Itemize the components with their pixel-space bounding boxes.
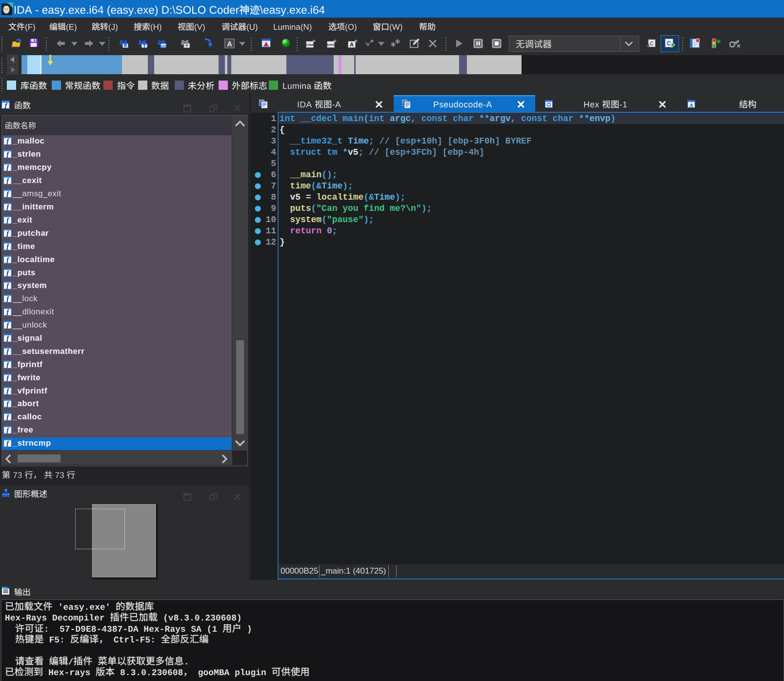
svg-text:A: A	[689, 102, 693, 108]
svg-text:C: C	[650, 41, 654, 46]
svg-text:101: 101	[161, 44, 166, 48]
svg-text:A: A	[227, 40, 232, 48]
svg-text:A: A	[350, 41, 354, 47]
svg-text:‘s’: ‘s’	[365, 41, 371, 47]
svg-text:CODE: CODE	[306, 43, 314, 46]
svg-text:DATA: DATA	[327, 43, 334, 46]
svg-text:C: C	[667, 40, 671, 47]
